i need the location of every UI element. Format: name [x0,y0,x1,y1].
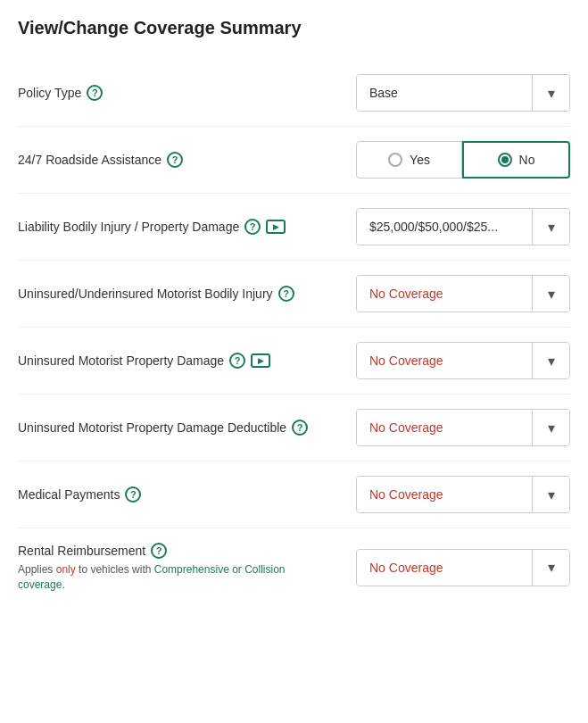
help-icon-uninsured-motorist-property[interactable]: ? [229,353,245,369]
help-icon-uninsured-motorist-bodily[interactable]: ? [278,286,294,302]
form-container: Policy Type?Base▾24/7 Roadside Assistanc… [18,60,570,607]
form-row-uninsured-motorist-property: Uninsured Motorist Property Damage?▶No C… [18,328,570,395]
form-row-liability-bodily-injury: Liability Bodily Injury / Property Damag… [18,194,570,261]
label-side-rental-reimbursement: Rental Reimbursement?Applies only to veh… [18,543,321,593]
dropdown-value-uninsured-motorist-deductible: No Coverage [357,410,532,445]
control-side-medical-payments: No Coverage▾ [338,476,570,513]
radio-option-roadside-assistance-no[interactable]: No [462,141,570,179]
dropdown-arrow-uninsured-motorist-property[interactable]: ▾ [532,343,569,378]
sub-label-rental-reimbursement: Applies only to vehicles with Comprehens… [18,562,321,593]
label-uninsured-motorist-property: Uninsured Motorist Property Damage [18,353,224,368]
video-icon-liability-bodily-injury[interactable]: ▶ [266,220,286,234]
label-text-medical-payments: Medical Payments? [18,486,321,503]
help-icon-liability-bodily-injury[interactable]: ? [244,219,261,235]
dropdown-arrow-uninsured-motorist-bodily[interactable]: ▾ [532,276,569,312]
label-policy-type: Policy Type [18,86,81,100]
form-row-uninsured-motorist-bodily: Uninsured/Underinsured Motorist Bodily I… [18,261,570,328]
help-icon-medical-payments[interactable]: ? [125,486,141,503]
dropdown-liability-bodily-injury[interactable]: $25,000/$50,000/$25...▾ [356,208,570,245]
label-liability-bodily-injury: Liability Bodily Injury / Property Damag… [18,220,239,234]
control-side-policy-type: Base▾ [338,74,570,112]
control-side-liability-bodily-injury: $25,000/$50,000/$25...▾ [338,208,570,245]
dropdown-arrow-policy-type[interactable]: ▾ [532,75,569,111]
control-side-roadside-assistance: YesNo [338,141,570,179]
label-side-policy-type: Policy Type? [18,85,321,101]
label-text-policy-type: Policy Type? [18,85,321,101]
radio-option-roadside-assistance-yes[interactable]: Yes [356,141,462,179]
label-side-medical-payments: Medical Payments? [18,486,321,503]
label-side-uninsured-motorist-property: Uninsured Motorist Property Damage?▶ [18,353,321,369]
radio-label-roadside-assistance-yes: Yes [410,153,430,167]
dropdown-value-medical-payments: No Coverage [357,477,532,512]
radio-circle-roadside-assistance-yes [388,153,402,167]
radio-circle-roadside-assistance-no [498,153,512,167]
form-row-roadside-assistance: 24/7 Roadside Assistance?YesNo [18,127,570,194]
help-icon-policy-type[interactable]: ? [87,85,103,101]
dropdown-arrow-liability-bodily-injury[interactable]: ▾ [532,209,569,245]
label-uninsured-motorist-deductible: Uninsured Motorist Property Damage Deduc… [18,420,286,435]
dropdown-arrow-rental-reimbursement[interactable]: ▾ [532,550,569,586]
radio-group-roadside-assistance: YesNo [356,141,570,179]
label-side-uninsured-motorist-deductible: Uninsured Motorist Property Damage Deduc… [18,420,321,436]
label-rental-reimbursement: Rental Reimbursement [18,544,145,558]
label-medical-payments: Medical Payments [18,487,120,502]
help-icon-uninsured-motorist-deductible[interactable]: ? [292,420,308,436]
label-text-rental-reimbursement: Rental Reimbursement? [18,543,321,559]
label-text-liability-bodily-injury: Liability Bodily Injury / Property Damag… [18,219,321,235]
dropdown-arrow-uninsured-motorist-deductible[interactable]: ▾ [532,410,569,445]
radio-label-roadside-assistance-no: No [519,153,535,167]
label-side-uninsured-motorist-bodily: Uninsured/Underinsured Motorist Bodily I… [18,286,321,302]
label-text-uninsured-motorist-bodily: Uninsured/Underinsured Motorist Bodily I… [18,286,321,302]
form-row-uninsured-motorist-deductible: Uninsured Motorist Property Damage Deduc… [18,395,570,461]
control-side-uninsured-motorist-deductible: No Coverage▾ [338,409,570,446]
help-icon-rental-reimbursement[interactable]: ? [151,543,167,559]
label-side-liability-bodily-injury: Liability Bodily Injury / Property Damag… [18,219,321,235]
dropdown-value-policy-type: Base [357,75,532,111]
label-uninsured-motorist-bodily: Uninsured/Underinsured Motorist Bodily I… [18,287,273,301]
dropdown-uninsured-motorist-deductible[interactable]: No Coverage▾ [356,409,570,446]
dropdown-medical-payments[interactable]: No Coverage▾ [356,476,570,513]
video-icon-uninsured-motorist-property[interactable]: ▶ [251,353,270,368]
dropdown-rental-reimbursement[interactable]: No Coverage▾ [356,549,570,586]
label-text-uninsured-motorist-property: Uninsured Motorist Property Damage?▶ [18,353,321,369]
form-row-rental-reimbursement: Rental Reimbursement?Applies only to veh… [18,528,570,607]
dropdown-uninsured-motorist-property[interactable]: No Coverage▾ [356,342,570,379]
dropdown-value-rental-reimbursement: No Coverage [357,550,532,586]
label-text-uninsured-motorist-deductible: Uninsured Motorist Property Damage Deduc… [18,420,321,436]
control-side-uninsured-motorist-bodily: No Coverage▾ [338,275,570,312]
label-roadside-assistance: 24/7 Roadside Assistance [18,153,161,167]
control-side-rental-reimbursement: No Coverage▾ [338,549,570,586]
form-row-policy-type: Policy Type?Base▾ [18,60,570,127]
label-side-roadside-assistance: 24/7 Roadside Assistance? [18,152,321,168]
highlight-rental-reimbursement: only [56,563,76,576]
dropdown-value-uninsured-motorist-property: No Coverage [357,343,532,378]
dropdown-policy-type[interactable]: Base▾ [356,74,570,112]
dropdown-value-liability-bodily-injury: $25,000/$50,000/$25... [357,209,532,245]
page-title: View/Change Coverage Summary [18,18,570,38]
dropdown-uninsured-motorist-bodily[interactable]: No Coverage▾ [356,275,570,312]
dropdown-arrow-medical-payments[interactable]: ▾ [532,477,569,512]
control-side-uninsured-motorist-property: No Coverage▾ [338,342,570,379]
help-icon-roadside-assistance[interactable]: ? [167,152,183,168]
form-row-medical-payments: Medical Payments?No Coverage▾ [18,461,570,528]
label-text-roadside-assistance: 24/7 Roadside Assistance? [18,152,321,168]
dropdown-value-uninsured-motorist-bodily: No Coverage [357,276,532,312]
